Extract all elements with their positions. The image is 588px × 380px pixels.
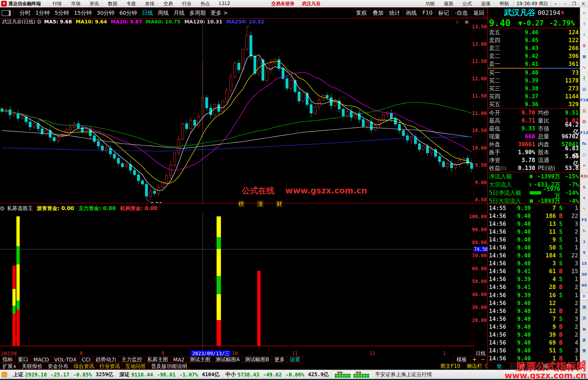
window-control-0[interactable]: ‹ bbox=[551, 1, 560, 6]
menu-公式[interactable]: 公式 bbox=[458, 1, 476, 7]
side-tool-S[interactable]: S bbox=[581, 182, 588, 193]
side-tool-15[interactable]: 15 bbox=[581, 258, 588, 269]
candlestick-chart[interactable]: 13.498.51 bbox=[0, 25, 474, 203]
window-control-3[interactable]: ✕ bbox=[579, 1, 588, 6]
alert-武汉凡谷[interactable]: 武汉凡谷 bbox=[298, 1, 324, 7]
menu-交易[interactable]: 交易 bbox=[159, 1, 177, 7]
period-15分钟[interactable]: 15分钟 bbox=[71, 9, 94, 17]
index-name-深证[interactable]: 深证 bbox=[119, 371, 130, 378]
menu-热点[interactable]: 热点 bbox=[196, 1, 215, 7]
buy-row[interactable]: 买三9.38273 bbox=[488, 84, 580, 92]
buy-row[interactable]: 买二9.391178 bbox=[488, 77, 580, 84]
menu-专题[interactable]: 专题 bbox=[122, 1, 140, 7]
toolbar-button-画线[interactable]: 画线 bbox=[403, 9, 420, 17]
tab-行业资讯[interactable]: 行业资讯 bbox=[97, 363, 123, 370]
tab-测试主图[interactable]: 测试主图 bbox=[187, 356, 213, 363]
tab-趋势动力[interactable]: 趋势动力 bbox=[93, 356, 119, 363]
side-tool-╫[interactable]: ╫ bbox=[581, 73, 588, 84]
side-tool-F12[interactable]: F12 bbox=[581, 127, 588, 138]
tab-设置[interactable]: 设置 bbox=[287, 356, 303, 363]
quick-tab-财[interactable]: 财 bbox=[275, 200, 283, 208]
side-tool-○[interactable]: ○ bbox=[581, 149, 588, 160]
side-tool-多[interactable]: 多 bbox=[581, 335, 588, 346]
tab-资金分布[interactable]: 资金分布 bbox=[45, 363, 71, 370]
tab-私募主图[interactable]: 私募主图 bbox=[145, 356, 171, 363]
xaxis-period-label[interactable]: 日线 bbox=[474, 350, 487, 356]
period-日线[interactable]: 日线 bbox=[140, 9, 155, 17]
tab-VOL-TDX[interactable]: VOL-TDX bbox=[51, 356, 79, 363]
toolbar-button-叠加[interactable]: 叠加 bbox=[370, 9, 387, 17]
quote-header[interactable]: 武汉凡谷 002194 R bbox=[488, 7, 580, 18]
tab-普及版功能说明[interactable]: 普及版功能说明 bbox=[148, 363, 190, 370]
side-tool-fx[interactable]: fx bbox=[581, 138, 588, 149]
tab-主力监控[interactable]: 主力监控 bbox=[119, 356, 145, 363]
period-5分钟[interactable]: 5分钟 bbox=[52, 9, 72, 17]
market-status-icon[interactable] bbox=[2, 372, 7, 377]
side-tool-季[interactable]: 季 bbox=[581, 346, 588, 357]
side-tool-F10[interactable]: F10 bbox=[581, 95, 588, 105]
menu-行情[interactable]: 行情 bbox=[48, 1, 66, 7]
menu-市场[interactable]: 市场 bbox=[66, 1, 85, 7]
toolbar-button--自选[interactable]: -自选 bbox=[452, 9, 471, 17]
menu-发现[interactable]: 发现 bbox=[140, 1, 159, 7]
indicator-chart[interactable] bbox=[0, 212, 474, 350]
period-周线[interactable]: 周线 bbox=[155, 9, 171, 17]
period-月线[interactable]: 月线 bbox=[171, 9, 187, 17]
menu-资讯[interactable]: 资讯 bbox=[85, 1, 103, 7]
period-更多 >[interactable]: 更多 > bbox=[208, 9, 230, 17]
tab-更多[interactable]: 更多 bbox=[272, 356, 287, 363]
index-name-中小[interactable]: 中小 bbox=[225, 371, 236, 378]
toolbar-button-F10[interactable]: F10 bbox=[419, 9, 436, 17]
side-tool-≈[interactable]: ≈ bbox=[581, 160, 588, 171]
sell-row[interactable]: 卖一9.41361 bbox=[488, 60, 580, 68]
side-tool-60[interactable]: 60 bbox=[581, 280, 588, 291]
side-tool-✎[interactable]: ✎ bbox=[581, 203, 588, 214]
menu-帮助[interactable]: 帮助 bbox=[495, 1, 513, 7]
menu-功能[interactable]: 功能 bbox=[421, 1, 439, 7]
buy-row[interactable]: 买五9.36329 bbox=[488, 100, 580, 108]
tab-关联报价[interactable]: 关联报价 bbox=[19, 363, 45, 370]
sell-row[interactable]: 卖五9.46124 bbox=[488, 28, 580, 36]
side-tool-30[interactable]: 30 bbox=[581, 269, 588, 280]
indicator-collapse-icon[interactable]: ▾ bbox=[0, 206, 4, 211]
period-30分钟[interactable]: 30分钟 bbox=[94, 9, 117, 17]
period-60分钟[interactable]: 60分钟 bbox=[117, 9, 139, 17]
side-tool-1[interactable]: 1 bbox=[581, 236, 588, 247]
period-多周期[interactable]: 多周期 bbox=[187, 9, 208, 17]
zoom-out-button[interactable]: − bbox=[479, 356, 487, 363]
side-tool-日[interactable]: 日 bbox=[580, 293, 588, 300]
side-tool-▤[interactable]: ▤ bbox=[581, 84, 588, 95]
side-tool-周[interactable]: 周 bbox=[581, 302, 588, 313]
toolbar-button-标记[interactable]: 标记 bbox=[435, 9, 452, 17]
tab-综合资讯[interactable]: 综合资讯 bbox=[71, 363, 97, 370]
tab-测试幅图A[interactable]: 测试幅图A bbox=[213, 356, 243, 363]
period-分时[interactable]: 分时 bbox=[17, 9, 33, 17]
side-tool-月[interactable]: 月 bbox=[581, 313, 588, 324]
side-tool-⇦[interactable]: ⇦ bbox=[581, 7, 588, 18]
side-tool-∿[interactable]: ∿ bbox=[581, 62, 588, 73]
tab-MA2[interactable]: MA2 bbox=[170, 356, 187, 363]
index-name-上证[interactable]: 上证 bbox=[13, 371, 23, 378]
tab-测试幅图B[interactable]: 测试幅图B bbox=[242, 356, 272, 363]
menu-版面[interactable]: 版面 bbox=[439, 1, 458, 7]
sell-row[interactable]: 卖三9.43266 bbox=[488, 44, 580, 52]
template-button[interactable]: 模板 bbox=[453, 356, 470, 363]
ma-row-corner-icons[interactable]: ◇ ▣ bbox=[455, 19, 474, 24]
side-tool-5[interactable]: 5 bbox=[581, 247, 588, 258]
tab-窗口[interactable]: 窗口 bbox=[15, 356, 31, 363]
toolbar-button-复权[interactable]: 复权 bbox=[353, 9, 370, 17]
toolbar-button-统计[interactable]: 统计 bbox=[386, 9, 403, 17]
side-tool-⇧[interactable]: ⇧ bbox=[581, 18, 588, 29]
window-control-1[interactable]: – bbox=[560, 1, 569, 6]
tab-互动问答[interactable]: 互动问答 bbox=[122, 363, 149, 370]
graphic-f10-button[interactable]: 图文F10 bbox=[440, 363, 460, 369]
side-tool-自[interactable]: 自 bbox=[581, 116, 588, 127]
side-tool-N[interactable]: N bbox=[581, 324, 588, 335]
tab-扩展∧[interactable]: 扩展∧ bbox=[0, 363, 19, 370]
buy-row[interactable]: 买一9.4073 bbox=[488, 69, 580, 77]
quick-tab-榜[interactable]: 榜 bbox=[237, 200, 245, 208]
tab-CCI[interactable]: CCI bbox=[79, 356, 93, 363]
menu-L1L2[interactable]: L1L2 bbox=[215, 1, 235, 7]
tick-list[interactable]: 14:559.397S114:569.40186B2214:569.4013S3… bbox=[488, 203, 580, 363]
tab-指标[interactable]: 指标 bbox=[0, 356, 16, 363]
